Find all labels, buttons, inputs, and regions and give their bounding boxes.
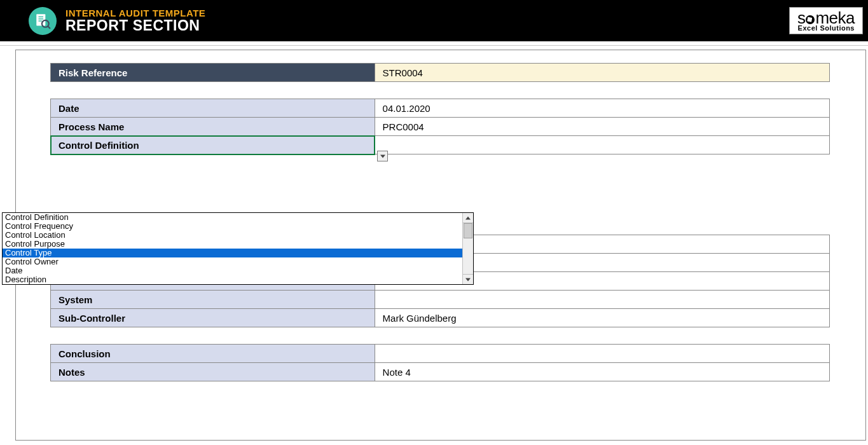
row-date: Date 04.01.2020: [51, 99, 830, 118]
conclusion-value[interactable]: [375, 345, 829, 363]
dropdown-item[interactable]: Control Location: [3, 231, 462, 240]
header-title: REPORT SECTION: [65, 17, 205, 34]
system-value[interactable]: [375, 291, 829, 309]
dropdown-item[interactable]: Control Purpose: [3, 240, 462, 249]
system-label: System: [51, 291, 375, 309]
chevron-up-icon: [465, 216, 471, 220]
brand-dot-icon: [806, 15, 815, 24]
dropdown-item[interactable]: Date: [3, 266, 462, 275]
dropdown-item[interactable]: Control Owner: [3, 257, 462, 266]
control-definition-label[interactable]: Control Definition: [51, 136, 375, 154]
svg-line-2: [48, 26, 50, 29]
topbar: INTERNAL AUDIT TEMPLATE REPORT SECTION s…: [0, 0, 868, 41]
date-label: Date: [51, 99, 375, 118]
row-process-name: Process Name PRC0004: [51, 118, 830, 136]
scroll-track[interactable]: [463, 223, 473, 274]
control-definition-value[interactable]: [375, 136, 829, 154]
sub-controller-value[interactable]: Mark Gündelberg: [375, 309, 829, 327]
brand-badge: smeka Excel Solutions: [789, 7, 863, 34]
scroll-thumb[interactable]: [464, 223, 472, 238]
group3-table: Conclusion Notes Note 4: [50, 344, 830, 381]
dropdown-item[interactable]: Control Definition: [3, 213, 462, 222]
titles: INTERNAL AUDIT TEMPLATE REPORT SECTION: [65, 8, 205, 34]
row-sub-controller: Sub-Controller Mark Gündelberg: [51, 309, 830, 327]
app-logo-icon: [29, 7, 57, 35]
risk-reference-value[interactable]: STR0004: [375, 64, 829, 82]
dropdown-scrollbar[interactable]: [462, 213, 473, 284]
risk-reference-table: Risk Reference STR0004: [50, 63, 830, 82]
group1-table: Date 04.01.2020 Process Name PRC0004 Con…: [50, 99, 830, 154]
divider: [0, 45, 868, 46]
chevron-down-icon: [380, 154, 385, 158]
dropdown-item-selected[interactable]: Control Type: [3, 249, 462, 257]
process-name-value[interactable]: PRC0004: [375, 118, 829, 136]
dropdown-item[interactable]: Description: [3, 275, 462, 284]
row-control-definition: Control Definition: [51, 136, 830, 154]
date-value[interactable]: 04.01.2020: [375, 99, 829, 118]
sub-controller-label: Sub-Controller: [51, 309, 375, 327]
dropdown-item[interactable]: Control Frequency: [3, 222, 462, 231]
notes-label: Notes: [51, 363, 375, 381]
scroll-up-button[interactable]: [463, 213, 473, 223]
topbar-left: INTERNAL AUDIT TEMPLATE REPORT SECTION: [0, 0, 205, 41]
conclusion-label: Conclusion: [51, 345, 375, 363]
scroll-down-button[interactable]: [463, 274, 473, 284]
notes-value[interactable]: Note 4: [375, 363, 829, 381]
risk-reference-row: Risk Reference STR0004: [51, 64, 830, 82]
brand-tagline: Excel Solutions: [797, 25, 855, 32]
risk-reference-label: Risk Reference: [51, 64, 375, 82]
chevron-down-icon: [465, 278, 471, 282]
dropdown-items: Control Definition Control Frequency Con…: [3, 213, 462, 284]
sheet-area: Risk Reference STR0004 Date 04.01.2020 P…: [0, 50, 868, 441]
row-conclusion: Conclusion: [51, 345, 830, 363]
dropdown-list[interactable]: Control Definition Control Frequency Con…: [2, 212, 474, 285]
row-notes: Notes Note 4: [51, 363, 830, 381]
process-name-label: Process Name: [51, 118, 375, 136]
dropdown-trigger[interactable]: [377, 151, 388, 161]
row-system: System: [51, 291, 830, 309]
